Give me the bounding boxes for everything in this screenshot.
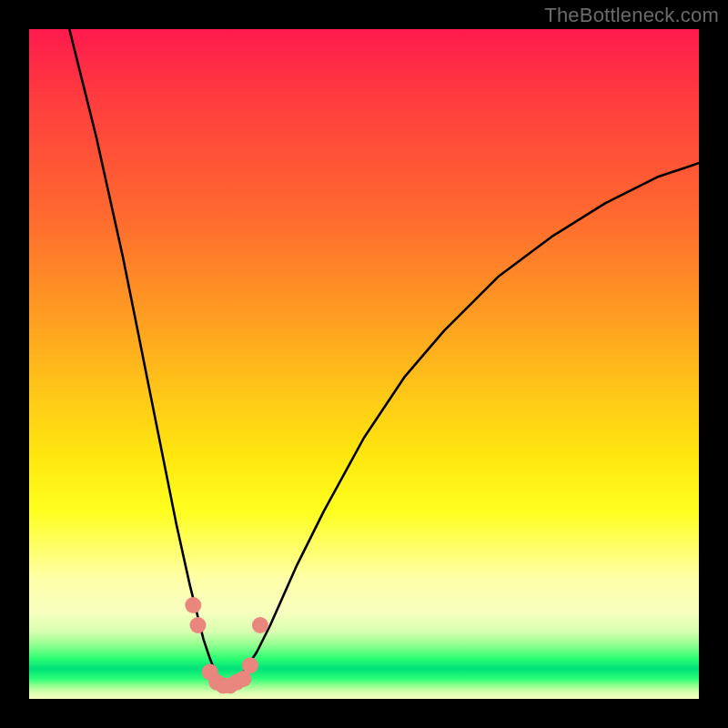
marker-point (185, 597, 201, 613)
chart-frame: TheBottleneck.com (0, 0, 728, 728)
highlighted-points (29, 29, 699, 699)
plot-area (29, 29, 699, 699)
marker-point (190, 617, 207, 633)
marker-point (242, 657, 258, 673)
watermark-text: TheBottleneck.com (544, 4, 719, 27)
marker-point (252, 617, 268, 633)
